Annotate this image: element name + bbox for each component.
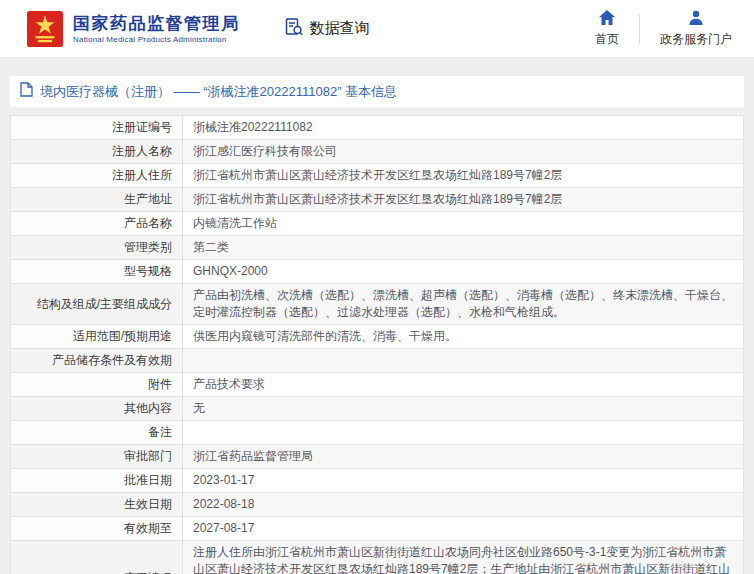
table-row: 适用范围/预期用途供医用内窥镜可清洗部件的清洗、消毒、干燥用。 — [11, 325, 744, 349]
row-value: 注册人住所由浙江省杭州市萧山区新街街道红山农场同舟社区创业路650号-3-1变更… — [183, 541, 744, 574]
table-row: 变更情况注册人住所由浙江省杭州市萧山区新街街道红山农场同舟社区创业路650号-3… — [11, 541, 744, 574]
table-row: 审批部门浙江省药品监督管理局 — [11, 445, 744, 469]
table-row: 有效期至2027-08-17 — [11, 517, 744, 541]
row-value: 2027-08-17 — [183, 517, 744, 541]
table-row: 产品储存条件及有效期 — [11, 349, 744, 373]
row-label: 生产地址 — [11, 188, 183, 212]
table-row: 附件产品技术要求 — [11, 373, 744, 397]
row-label: 生效日期 — [11, 493, 183, 517]
row-value: 浙江感汇医疗科技有限公司 — [183, 140, 744, 164]
row-label: 变更情况 — [11, 541, 183, 574]
site-header: 国家药品监督管理局 National Medical Products Admi… — [0, 0, 754, 58]
row-value — [183, 349, 744, 373]
row-label: 结构及组成/主要组成成分 — [11, 284, 183, 325]
row-value: 无 — [183, 397, 744, 421]
nav-divider — [639, 14, 640, 44]
row-label: 批准日期 — [11, 469, 183, 493]
row-label: 适用范围/预期用途 — [11, 325, 183, 349]
nav-home-label: 首页 — [595, 31, 619, 48]
document-icon — [20, 82, 33, 101]
row-label: 附件 — [11, 373, 183, 397]
nav-data-query[interactable]: 数据查询 — [284, 17, 370, 40]
row-value: 供医用内窥镜可清洗部件的清洗、消毒、干燥用。 — [183, 325, 744, 349]
row-value: 2023-01-17 — [183, 469, 744, 493]
nav-home[interactable]: 首页 — [595, 10, 619, 48]
table-row: 结构及组成/主要组成成分产品由初洗槽、次洗槽（选配）、漂洗槽、超声槽（选配）、消… — [11, 284, 744, 325]
data-query-label: 数据查询 — [310, 19, 370, 38]
national-emblem-icon — [26, 10, 64, 48]
brand: 国家药品监督管理局 National Medical Products Admi… — [26, 10, 240, 48]
row-label: 产品名称 — [11, 212, 183, 236]
table-row: 生效日期2022-08-18 — [11, 493, 744, 517]
row-value: 浙江省杭州市萧山区萧山经济技术开发区红垦农场红灿路189号7幢2层 — [183, 188, 744, 212]
row-value — [183, 421, 744, 445]
main-content: 境内医疗器械（注册） —— “浙械注准20222111082” 基本信息 注册证… — [0, 58, 754, 574]
row-label: 有效期至 — [11, 517, 183, 541]
row-value: 浙江省药品监督管理局 — [183, 445, 744, 469]
page-title-bar: 境内医疗器械（注册） —— “浙械注准20222111082” 基本信息 — [10, 76, 744, 107]
row-value: 第二类 — [183, 236, 744, 260]
header-nav: 首页 政务服务门户 — [595, 10, 732, 48]
row-label: 注册证编号 — [11, 116, 183, 140]
row-label: 型号规格 — [11, 260, 183, 284]
table-row: 其他内容无 — [11, 397, 744, 421]
row-label: 注册人名称 — [11, 140, 183, 164]
row-label: 其他内容 — [11, 397, 183, 421]
org-name-en: National Medical Products Administration — [73, 35, 240, 44]
row-value: 产品由初洗槽、次洗槽（选配）、漂洗槽、超声槽（选配）、消毒槽（选配）、终末漂洗槽… — [183, 284, 744, 325]
table-row: 产品名称内镜清洗工作站 — [11, 212, 744, 236]
table-row: 备注 — [11, 421, 744, 445]
row-value: 内镜清洗工作站 — [183, 212, 744, 236]
row-value: 浙江省杭州市萧山区萧山经济技术开发区红垦农场红灿路189号7幢2层 — [183, 164, 744, 188]
table-row: 批准日期2023-01-17 — [11, 469, 744, 493]
nav-portal[interactable]: 政务服务门户 — [660, 10, 732, 48]
table-row: 型号规格GHNQX-2000 — [11, 260, 744, 284]
row-label: 审批部门 — [11, 445, 183, 469]
page-title: 境内医疗器械（注册） —— “浙械注准20222111082” 基本信息 — [40, 83, 397, 101]
row-label: 注册人住所 — [11, 164, 183, 188]
nav-portal-label: 政务服务门户 — [660, 31, 732, 48]
row-value: 产品技术要求 — [183, 373, 744, 397]
user-icon — [688, 10, 704, 28]
table-row: 生产地址浙江省杭州市萧山区萧山经济技术开发区红垦农场红灿路189号7幢2层 — [11, 188, 744, 212]
row-label: 产品储存条件及有效期 — [11, 349, 183, 373]
info-table: 注册证编号浙械注准20222111082注册人名称浙江感汇医疗科技有限公司注册人… — [10, 115, 744, 574]
org-name-cn: 国家药品监督管理局 — [73, 13, 240, 34]
row-value: 2022-08-18 — [183, 493, 744, 517]
table-row: 注册人名称浙江感汇医疗科技有限公司 — [11, 140, 744, 164]
row-value: GHNQX-2000 — [183, 260, 744, 284]
table-row: 管理类别第二类 — [11, 236, 744, 260]
row-value: 浙械注准20222111082 — [183, 116, 744, 140]
info-table-body: 注册证编号浙械注准20222111082注册人名称浙江感汇医疗科技有限公司注册人… — [11, 116, 744, 574]
table-row: 注册人住所浙江省杭州市萧山区萧山经济技术开发区红垦农场红灿路189号7幢2层 — [11, 164, 744, 188]
table-row: 注册证编号浙械注准20222111082 — [11, 116, 744, 140]
row-label: 管理类别 — [11, 236, 183, 260]
data-query-icon — [284, 17, 304, 40]
home-icon — [599, 10, 615, 28]
row-label: 备注 — [11, 421, 183, 445]
